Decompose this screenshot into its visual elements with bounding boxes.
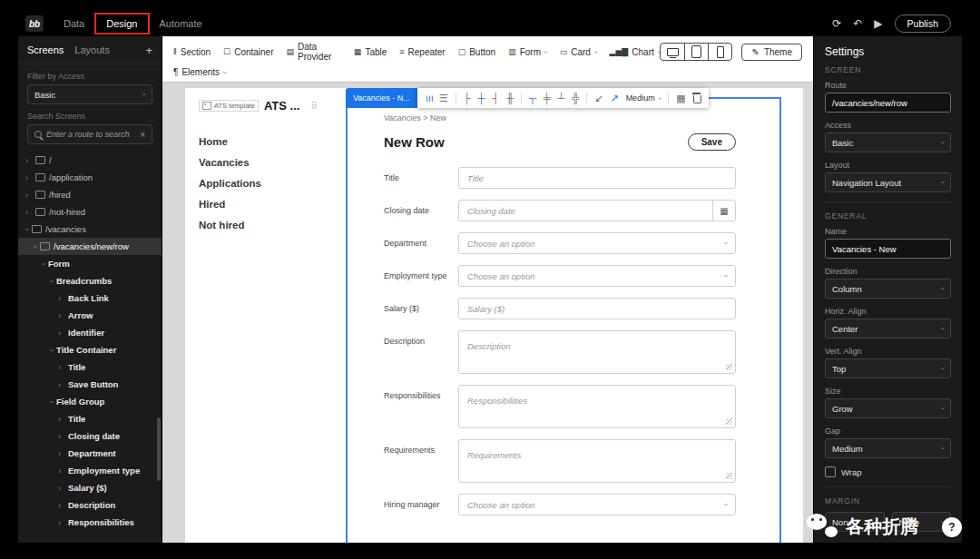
field-closing-date-input[interactable]: Closing date▦ bbox=[458, 200, 736, 221]
align-middle-icon[interactable]: ╪ bbox=[544, 93, 551, 103]
wrap-checkbox[interactable]: Wrap bbox=[825, 466, 951, 477]
tree-item-title[interactable]: ›Title bbox=[18, 410, 162, 427]
access-filter-select[interactable]: Basic › bbox=[27, 84, 152, 104]
component-chart[interactable]: ▂▅▇Chart› bbox=[610, 47, 661, 57]
rows-layout-icon[interactable]: ☰ bbox=[439, 93, 448, 103]
page-nav-not-hired[interactable]: Not hired bbox=[199, 220, 346, 230]
chevron-icon[interactable]: › bbox=[47, 400, 56, 403]
tree-item-hired[interactable]: ›/hired bbox=[18, 186, 162, 203]
page-nav-applications[interactable]: Applications bbox=[199, 178, 346, 189]
tree-item-vacancies[interactable]: ›/vacancies bbox=[18, 221, 162, 238]
align-center-horizontal-icon[interactable]: ┼ bbox=[478, 93, 485, 103]
tree-item-responsibilities[interactable]: ›Responsibilities bbox=[18, 514, 162, 531]
chevron-icon[interactable]: › bbox=[58, 466, 68, 476]
component-container[interactable]: ☐Container bbox=[223, 47, 273, 57]
chevron-icon[interactable]: › bbox=[58, 329, 68, 338]
chevron-icon[interactable]: › bbox=[31, 245, 40, 248]
tree-item-employment-type[interactable]: ›Employment type bbox=[18, 462, 162, 479]
setting-vert-align-select[interactable]: Top› bbox=[825, 358, 951, 378]
form-selection[interactable]: Vacancies - N... ☰☰├┼┤╫┬╪┴╬↙↗Medium›▦ Va… bbox=[346, 97, 781, 543]
phone-preview-button[interactable] bbox=[709, 44, 731, 60]
chevron-icon[interactable]: › bbox=[23, 228, 32, 230]
tree-item-item[interactable]: ›/ bbox=[18, 152, 162, 169]
page-nav-vacancies[interactable]: Vacancies bbox=[199, 157, 346, 168]
setting-direction-select[interactable]: Column› bbox=[825, 279, 951, 299]
chevron-icon[interactable]: › bbox=[25, 191, 35, 200]
chevron-icon[interactable]: › bbox=[58, 484, 68, 493]
tree-item-vacancies-new-row[interactable]: ›/vacancies/new/row bbox=[18, 238, 162, 255]
shrink-icon[interactable]: ↙ bbox=[594, 93, 603, 103]
align-bottom-icon[interactable]: ┴ bbox=[558, 93, 565, 103]
budibase-logo[interactable]: bb bbox=[25, 15, 44, 32]
setting-layout-select[interactable]: Navigation Layout› bbox=[825, 172, 951, 192]
help-button[interactable]: ? bbox=[942, 517, 962, 537]
scrollbar-thumb[interactable] bbox=[157, 417, 161, 481]
theme-button[interactable]: ✎ Theme bbox=[741, 44, 802, 61]
chevron-icon[interactable]: › bbox=[25, 208, 35, 217]
expand-icon[interactable]: ↗ bbox=[610, 93, 618, 103]
field-title-input[interactable]: Title bbox=[458, 167, 736, 189]
desktop-preview-button[interactable] bbox=[661, 44, 684, 60]
setting-name-input[interactable]: Vacancies - New bbox=[825, 239, 951, 259]
chevron-icon[interactable]: › bbox=[25, 173, 35, 182]
preview-play-icon[interactable]: ▶ bbox=[874, 17, 882, 30]
tab-layouts[interactable]: Layouts bbox=[74, 44, 110, 55]
columns-layout-icon[interactable]: ☰ bbox=[424, 94, 432, 102]
chevron-icon[interactable]: › bbox=[58, 415, 68, 424]
distribute-horizontal-icon[interactable]: ╫ bbox=[506, 93, 514, 103]
publish-button[interactable]: Publish bbox=[895, 15, 951, 33]
tree-item-closing-date[interactable]: ›Closing date bbox=[18, 427, 162, 445]
field-description-textarea[interactable]: Description bbox=[458, 330, 736, 374]
add-screen-button[interactable]: + bbox=[145, 44, 152, 57]
save-button[interactable]: Save bbox=[688, 133, 736, 151]
tree-item-not-hired[interactable]: ›/not-hired bbox=[18, 203, 162, 221]
chevron-icon[interactable]: › bbox=[47, 348, 56, 351]
field-salary-input[interactable]: Salary ($) bbox=[458, 298, 736, 319]
delete-icon[interactable] bbox=[693, 93, 701, 103]
tree-item-title[interactable]: ›Title bbox=[18, 358, 162, 376]
component-repeater[interactable]: ≡Repeater bbox=[399, 47, 445, 57]
top-tab-design[interactable]: Design bbox=[95, 11, 148, 36]
page-nav-hired[interactable]: Hired bbox=[199, 199, 346, 210]
component-data-provider[interactable]: ▤Data Provider bbox=[287, 42, 341, 62]
page-nav-home[interactable]: Home bbox=[199, 136, 346, 147]
chevron-icon[interactable]: › bbox=[58, 449, 68, 458]
component-button[interactable]: ▢Button bbox=[458, 47, 495, 57]
field-requirements-textarea[interactable]: Requirements bbox=[458, 439, 736, 483]
tree-item-description[interactable]: ›Description bbox=[18, 496, 162, 514]
clear-search-icon[interactable]: × bbox=[140, 130, 145, 140]
tablet-preview-button[interactable] bbox=[685, 44, 709, 60]
chevron-icon[interactable]: › bbox=[58, 501, 68, 510]
chevron-icon[interactable]: › bbox=[58, 518, 68, 527]
search-input[interactable]: Enter a route to search × bbox=[27, 124, 152, 144]
tree-item-department[interactable]: ›Department bbox=[18, 445, 162, 462]
chevron-icon[interactable]: › bbox=[47, 280, 56, 282]
chevron-icon[interactable]: › bbox=[39, 262, 48, 265]
field-employment-type-select[interactable]: Choose an option› bbox=[458, 265, 736, 287]
chevron-icon[interactable]: › bbox=[25, 156, 35, 165]
chevron-icon[interactable]: › bbox=[58, 311, 68, 320]
setting-size-select[interactable]: Grow› bbox=[825, 398, 951, 418]
tree-item-field-group[interactable]: ›Field Group bbox=[18, 393, 162, 410]
refresh-icon[interactable]: ⟳ bbox=[832, 17, 841, 30]
field-hiring-manager-select[interactable]: Choose an option› bbox=[458, 494, 736, 515]
calendar-icon[interactable]: ▦ bbox=[712, 201, 735, 221]
align-top-icon[interactable]: ┬ bbox=[529, 93, 536, 103]
tree-item-breadcrumbs[interactable]: ›Breadcrumbs bbox=[18, 272, 162, 289]
top-tab-automate[interactable]: Automate bbox=[149, 11, 213, 36]
tree-item-title-container[interactable]: ›Title Container bbox=[18, 341, 162, 358]
chevron-icon[interactable]: › bbox=[58, 380, 68, 389]
elements-menu[interactable]: ¶ Elements › bbox=[173, 67, 802, 77]
top-tab-data[interactable]: Data bbox=[53, 11, 95, 36]
chevron-icon[interactable]: › bbox=[58, 363, 68, 372]
align-left-icon[interactable]: ├ bbox=[464, 93, 471, 103]
tree-item-save-button[interactable]: ›Save Button bbox=[18, 376, 162, 393]
drag-handle-icon[interactable]: ⠿ bbox=[310, 101, 317, 111]
align-right-icon[interactable]: ┤ bbox=[492, 93, 499, 103]
component-form[interactable]: ▥Form› bbox=[508, 47, 547, 57]
distribute-vertical-icon[interactable]: ╬ bbox=[572, 93, 579, 103]
size-dropdown[interactable]: Medium› bbox=[626, 93, 662, 103]
chevron-icon[interactable]: › bbox=[58, 432, 68, 441]
component-section[interactable]: ‖Section bbox=[173, 47, 211, 57]
chevron-icon[interactable]: › bbox=[58, 294, 68, 303]
